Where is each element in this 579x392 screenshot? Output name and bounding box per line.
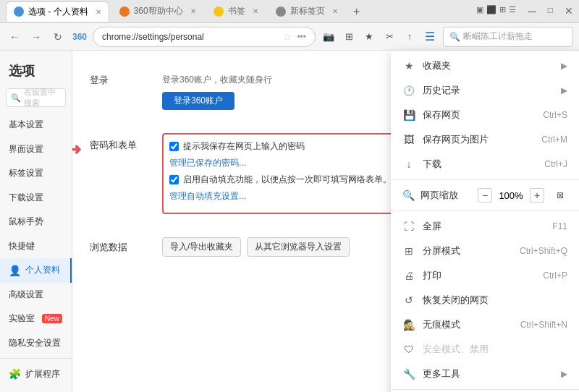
zoom-plus-button[interactable]: + — [530, 188, 544, 203]
menu-item-print[interactable]: 🖨 打印 Ctrl+P — [391, 263, 579, 288]
zoom-restore-button[interactable]: ⊠ — [553, 188, 567, 203]
more-tools-arrow-icon: ▶ — [561, 369, 567, 379]
sidebar: 选项 🔍 在设置中搜索 基本设置 界面设置 标签设置 下载设置 鼠标手势 — [0, 51, 72, 392]
sidebar-search[interactable]: 🔍 在设置中搜索 — [6, 88, 66, 107]
menu-item-fullscreen[interactable]: ⛶ 全屏 F11 — [391, 214, 579, 239]
menu-item-reopen-label: 恢复关闭的网页 — [423, 294, 567, 307]
address-bar[interactable]: chrome://settings/personal ☆ ••• — [93, 27, 316, 47]
autofill-checkbox-label: 启用自动填充功能，以便点按一次即可填写网络表单。 — [183, 174, 392, 186]
bookmark-star-icon[interactable]: ☆ — [283, 31, 292, 43]
sidebar-title: 选项 — [0, 56, 72, 88]
address-text: chrome://settings/personal — [102, 32, 279, 42]
sidebar-item-profile[interactable]: 👤 个人资料 — [0, 258, 72, 283]
autofill-checkbox[interactable] — [169, 175, 179, 184]
forward-button[interactable]: → — [28, 28, 45, 46]
menu-item-safe-label: 安全模式、禁用 — [423, 343, 567, 356]
browse-label: 浏览数据 — [90, 241, 148, 254]
tab-newtab-close[interactable]: ✕ — [332, 7, 338, 15]
menu-item-save-image[interactable]: 🖼 保存网页为图片 Ctrl+M — [391, 127, 579, 152]
login-button[interactable]: 登录360账户 — [162, 92, 234, 110]
toolbar-cut-icon[interactable]: ✂ — [381, 28, 398, 46]
fullscreen-shortcut: F11 — [552, 221, 567, 231]
menu-item-fullscreen-label: 全屏 — [423, 220, 545, 233]
tab-bookmarks[interactable]: 书签 ✕ — [206, 1, 266, 22]
minimize-button[interactable]: ─ — [528, 5, 536, 18]
bookmarks-icon: ★ — [402, 60, 415, 72]
sidebar-item-tabs[interactable]: 标签设置 — [0, 161, 72, 186]
search-bar[interactable]: 🔍 断崛陈工讨薪拖走 — [443, 27, 573, 47]
import-from-browser-button[interactable]: 从其它浏览器导入设置 — [247, 237, 350, 257]
menu-item-more-tools-label: 更多工具 — [423, 367, 554, 380]
tab-settings-close[interactable]: ✕ — [96, 8, 101, 16]
sidebar-item-advanced-label: 高级设置 — [9, 289, 43, 301]
menu-item-history[interactable]: 🕐 历史记录 ▶ — [391, 78, 579, 103]
menu-item-bookmarks[interactable]: ★ 收藏夹 ▶ — [391, 54, 579, 78]
tab-newtab[interactable]: 新标签页 ✕ — [269, 1, 345, 22]
sidebar-item-appearance[interactable]: 界面设置 — [0, 137, 72, 162]
sidebar-item-extensions[interactable]: 🧩 扩展程序 — [0, 362, 72, 386]
menu-item-split[interactable]: ⊞ 分屏模式 Ctrl+Shift+Q — [391, 239, 579, 263]
toolbar-menu-icon[interactable]: ☰ — [421, 28, 439, 46]
tab-help-close[interactable]: ✕ — [190, 7, 196, 15]
close-button[interactable]: ✕ — [565, 5, 573, 18]
sidebar-search-icon: 🔍 — [11, 93, 21, 103]
menu-item-reopen[interactable]: ↺ 恢复关闭的网页 — [391, 288, 579, 312]
menu-item-download[interactable]: ↓ 下载 Ctrl+J — [391, 152, 579, 176]
toolbar-star-icon[interactable]: ★ — [360, 28, 378, 46]
sidebar-item-profile-icon: 👤 — [9, 265, 21, 276]
sidebar-item-privacy[interactable]: 隐私安全设置 — [0, 331, 72, 356]
menu-item-safe: 🛡 安全模式、禁用 — [391, 337, 579, 362]
browser-frame: 选项 - 个人资料 ✕ 360帮助中心 ✕ 书签 ✕ 新标签页 ✕ + ▣ ⬛ … — [0, 0, 579, 392]
main-area: 选项 🔍 在设置中搜索 基本设置 界面设置 标签设置 下载设置 鼠标手势 — [0, 51, 579, 392]
download-icon: ↓ — [402, 158, 415, 170]
toolbar-grid-icon[interactable]: ⊞ — [340, 28, 358, 46]
home-button[interactable]: 360 — [71, 28, 88, 46]
maximize-button[interactable]: □ — [548, 5, 553, 18]
menu-item-incognito[interactable]: 🕵 无痕模式 Ctrl+Shift+N — [391, 312, 579, 337]
title-bar: 选项 - 个人资料 ✕ 360帮助中心 ✕ 书签 ✕ 新标签页 ✕ + ▣ ⬛ … — [0, 0, 579, 23]
tab-settings[interactable]: 选项 - 个人资料 ✕ — [6, 1, 109, 22]
sidebar-item-shortcuts[interactable]: 快捷键 — [0, 234, 72, 259]
address-menu-icon[interactable]: ••• — [297, 32, 306, 42]
sidebar-item-extensions-label: 扩展程序 — [25, 368, 60, 380]
sidebar-bottom: 🧩 扩展程序 — [0, 355, 72, 386]
incognito-shortcut: Ctrl+Shift+N — [520, 320, 567, 330]
toolbar-arrow-icon[interactable]: ↑ — [401, 28, 418, 46]
back-button[interactable]: ← — [6, 28, 23, 46]
menu-item-save-page-label: 保存网页 — [423, 108, 536, 122]
divider-2 — [391, 210, 579, 211]
toolbar: ← → ↻ 360 chrome://settings/personal ☆ •… — [0, 23, 579, 51]
menu-item-more-tools[interactable]: 🔧 更多工具 ▶ — [391, 362, 579, 386]
download-shortcut: Ctrl+J — [544, 159, 567, 169]
tab-bookmarks-close[interactable]: ✕ — [253, 7, 258, 15]
print-icon: 🖨 — [402, 270, 415, 281]
zoom-minus-button[interactable]: − — [478, 188, 492, 203]
sidebar-item-basic[interactable]: 基本设置 — [0, 113, 72, 137]
password-checkbox[interactable] — [169, 142, 179, 151]
sidebar-item-lab-label: 实验室 — [9, 312, 35, 325]
reopen-icon: ↺ — [402, 294, 415, 306]
history-arrow-icon: ▶ — [561, 85, 567, 95]
sidebar-item-lab[interactable]: 实验室 New — [0, 307, 72, 331]
safe-icon: 🛡 — [402, 344, 415, 355]
sidebar-item-basic-label: 基本设置 — [9, 119, 43, 131]
new-tab-button[interactable]: + — [348, 3, 365, 20]
sidebar-item-advanced[interactable]: 高级设置 — [0, 283, 72, 307]
sidebar-item-download-label: 下载设置 — [9, 192, 43, 204]
sidebar-item-profile-label: 个人资料 — [25, 264, 60, 276]
tab-newtab-label: 新标签页 — [290, 5, 325, 17]
sidebar-item-privacy-label: 隐私安全设置 — [9, 337, 61, 349]
tab-settings-icon — [14, 7, 24, 17]
window-back: ▣ ⬛ ⊞ ☰ — [476, 5, 516, 18]
menu-item-split-label: 分屏模式 — [423, 244, 512, 257]
zoom-icon: 🔍 — [402, 189, 415, 201]
sidebar-item-download[interactable]: 下载设置 — [0, 186, 72, 210]
menu-item-save-page[interactable]: 💾 保存网页 Ctrl+S — [391, 103, 579, 127]
window-controls: ▣ ⬛ ⊞ ☰ ─ □ ✕ — [476, 5, 573, 18]
refresh-button[interactable]: ↻ — [49, 28, 67, 46]
toolbar-screenshot-icon[interactable]: 📷 — [320, 28, 337, 46]
sidebar-item-tabs-label: 标签设置 — [9, 167, 43, 179]
tab-help[interactable]: 360帮助中心 ✕ — [112, 1, 203, 22]
import-export-button[interactable]: 导入/导出收藏夹 — [162, 237, 241, 257]
sidebar-item-mouse[interactable]: 鼠标手势 — [0, 210, 72, 234]
